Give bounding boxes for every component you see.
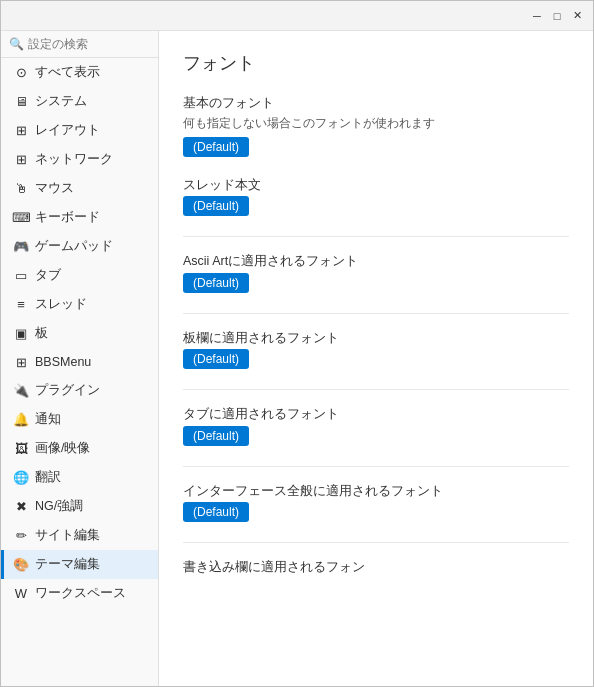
sidebar-item-label: レイアウト [35,122,100,139]
network-icon: ⊞ [13,152,29,168]
sidebar-item-label: テーマ編集 [35,556,100,573]
font-button-thread-body[interactable]: (Default) [183,196,249,216]
separator-4 [183,466,569,467]
sidebar-item-label: ゲームパッド [35,238,113,255]
font-button-tab[interactable]: (Default) [183,426,249,446]
theme-edit-icon: 🎨 [13,557,29,573]
close-button[interactable]: ✕ [569,8,585,24]
sidebar-items-list: ⊙ すべて表示 🖥 システム ⊞ レイアウト ⊞ ネットワーク 🖱 [1,58,158,686]
font-button-base[interactable]: (Default) [183,137,249,157]
separator-3 [183,389,569,390]
sidebar-item-site-edit[interactable]: ✏ サイト編集 [1,521,158,550]
font-section-input-area: 書き込み欄に適用されるフォン [183,559,569,577]
sidebar-item-label: タブ [35,267,61,284]
sidebar-item-board[interactable]: ▣ 板 [1,319,158,348]
font-section-ascii: Ascii Artに適用されるフォント (Default) [183,253,569,293]
gamepad-icon: 🎮 [13,239,29,255]
sidebar-item-label: システム [35,93,87,110]
media-icon: 🖼 [13,441,29,457]
site-edit-icon: ✏ [13,528,29,544]
maximize-button[interactable]: □ [549,8,565,24]
minimize-button[interactable]: ─ [529,8,545,24]
titlebar-buttons: ─ □ ✕ [529,8,585,24]
sidebar-item-label: マウス [35,180,74,197]
font-section-title-tab: タブに適用されるフォント [183,406,569,424]
sidebar-item-tab[interactable]: ▭ タブ [1,261,158,290]
sidebar-item-mouse[interactable]: 🖱 マウス [1,174,158,203]
sidebar-item-label: サイト編集 [35,527,100,544]
sidebar-item-all[interactable]: ⊙ すべて表示 [1,58,158,87]
font-section-title-thread-body: スレッド本文 [183,177,569,195]
sidebar-item-translate[interactable]: 🌐 翻訳 [1,463,158,492]
sidebar-item-label: プラグイン [35,382,100,399]
font-section-title-base: 基本のフォント [183,95,569,113]
notification-icon: 🔔 [13,412,29,428]
font-section-interface: インターフェース全般に適用されるフォント (Default) [183,483,569,523]
font-section-base: 基本のフォント 何も指定しない場合このフォントが使われます (Default) [183,95,569,157]
sidebar-item-workspace[interactable]: W ワークスペース [1,579,158,608]
font-section-title-ascii: Ascii Artに適用されるフォント [183,253,569,271]
sidebar-item-label: NG/強調 [35,498,83,515]
sidebar-item-label: スレッド [35,296,87,313]
sidebar-item-system[interactable]: 🖥 システム [1,87,158,116]
search-box: 🔍 [1,31,158,58]
sidebar-item-label: BBSMenu [35,355,91,369]
sidebar-item-network[interactable]: ⊞ ネットワーク [1,145,158,174]
sidebar-item-label: キーボード [35,209,100,226]
search-icon: 🔍 [9,37,24,51]
sidebar-item-keyboard[interactable]: ⌨ キーボード [1,203,158,232]
sidebar-item-ng[interactable]: ✖ NG/強調 [1,492,158,521]
plugin-icon: 🔌 [13,383,29,399]
font-section-title-input-area: 書き込み欄に適用されるフォン [183,559,569,577]
keyboard-icon: ⌨ [13,210,29,226]
separator-2 [183,313,569,314]
ng-icon: ✖ [13,499,29,515]
sidebar-item-thread[interactable]: ≡ スレッド [1,290,158,319]
sidebar-item-label: ネットワーク [35,151,113,168]
sidebar-item-label: 画像/映像 [35,440,90,457]
separator-1 [183,236,569,237]
main-window: ─ □ ✕ 🔍 ⊙ すべて表示 🖥 システム [0,0,594,687]
page-title: フォント [183,51,569,75]
sidebar-item-label: 板 [35,325,48,342]
font-section-board-sidebar: 板欄に適用されるフォント (Default) [183,330,569,370]
tab-icon: ▭ [13,268,29,284]
sidebar-item-label: 翻訳 [35,469,61,486]
font-section-tab: タブに適用されるフォント (Default) [183,406,569,446]
font-section-thread-body: スレッド本文 (Default) [183,177,569,217]
content-area: 🔍 ⊙ すべて表示 🖥 システム ⊞ レイアウト ⊞ [1,31,593,686]
system-icon: 🖥 [13,94,29,110]
sidebar-item-plugin[interactable]: 🔌 プラグイン [1,376,158,405]
all-icon: ⊙ [13,65,29,81]
sidebar-item-theme-edit[interactable]: 🎨 テーマ編集 [1,550,158,579]
mouse-icon: 🖱 [13,181,29,197]
sidebar-item-label: ワークスペース [35,585,126,602]
sidebar-item-bbsmenu[interactable]: ⊞ BBSMenu [1,348,158,376]
bbsmenu-icon: ⊞ [13,354,29,370]
sidebar-item-label: すべて表示 [35,64,100,81]
font-section-desc-base: 何も指定しない場合このフォントが使われます [183,115,569,131]
workspace-icon: W [13,586,29,602]
translate-icon: 🌐 [13,470,29,486]
font-button-interface[interactable]: (Default) [183,502,249,522]
sidebar-item-media[interactable]: 🖼 画像/映像 [1,434,158,463]
thread-icon: ≡ [13,297,29,313]
font-button-ascii[interactable]: (Default) [183,273,249,293]
board-icon: ▣ [13,326,29,342]
sidebar-item-layout[interactable]: ⊞ レイアウト [1,116,158,145]
titlebar: ─ □ ✕ [1,1,593,31]
font-section-title-interface: インターフェース全般に適用されるフォント [183,483,569,501]
layout-icon: ⊞ [13,123,29,139]
sidebar-item-notification[interactable]: 🔔 通知 [1,405,158,434]
font-section-title-board-sidebar: 板欄に適用されるフォント [183,330,569,348]
main-content: フォント 基本のフォント 何も指定しない場合このフォントが使われます (Defa… [159,31,593,686]
separator-5 [183,542,569,543]
font-button-board-sidebar[interactable]: (Default) [183,349,249,369]
sidebar-item-label: 通知 [35,411,61,428]
sidebar-item-gamepad[interactable]: 🎮 ゲームパッド [1,232,158,261]
search-input[interactable] [28,37,159,51]
sidebar: 🔍 ⊙ すべて表示 🖥 システム ⊞ レイアウト ⊞ [1,31,159,686]
